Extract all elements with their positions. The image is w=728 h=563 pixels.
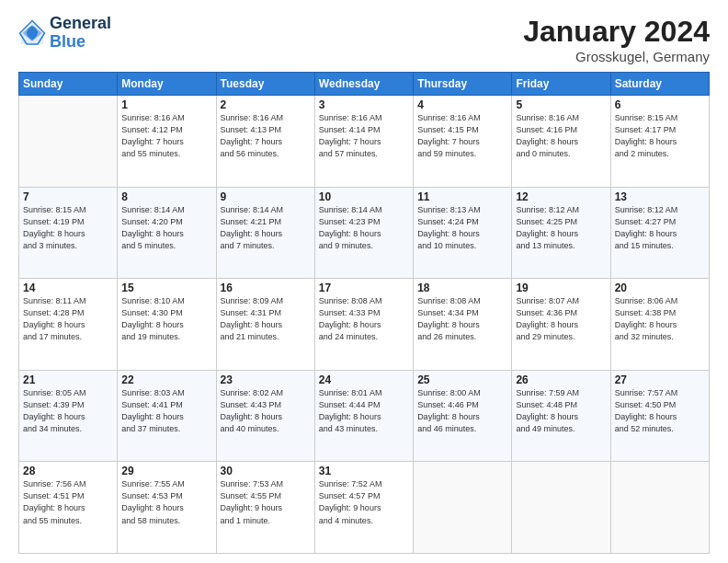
- table-row: 16Sunrise: 8:09 AMSunset: 4:31 PMDayligh…: [216, 279, 314, 371]
- table-row: 30Sunrise: 7:53 AMSunset: 4:55 PMDayligh…: [216, 462, 314, 554]
- table-row: 9Sunrise: 8:14 AMSunset: 4:21 PMDaylight…: [216, 187, 314, 279]
- day-number: 17: [319, 282, 409, 294]
- table-row: [610, 462, 709, 554]
- day-number: 6: [615, 98, 705, 111]
- day-info: Sunrise: 8:01 AMSunset: 4:44 PMDaylight:…: [319, 387, 409, 435]
- table-row: 18Sunrise: 8:08 AMSunset: 4:34 PMDayligh…: [414, 279, 512, 371]
- table-row: 13Sunrise: 8:12 AMSunset: 4:27 PMDayligh…: [610, 187, 709, 279]
- day-info: Sunrise: 8:00 AMSunset: 4:46 PMDaylight:…: [417, 387, 507, 435]
- table-row: 21Sunrise: 8:05 AMSunset: 4:39 PMDayligh…: [19, 370, 118, 462]
- day-number: 8: [121, 190, 211, 203]
- table-row: 27Sunrise: 7:57 AMSunset: 4:50 PMDayligh…: [610, 370, 709, 462]
- table-row: 8Sunrise: 8:14 AMSunset: 4:20 PMDaylight…: [118, 187, 216, 279]
- table-row: [512, 462, 610, 554]
- day-info: Sunrise: 8:09 AMSunset: 4:31 PMDaylight:…: [221, 295, 311, 343]
- table-row: 1Sunrise: 8:16 AMSunset: 4:12 PMDaylight…: [118, 96, 216, 188]
- title-block: January 2024 Grosskugel, Germany: [523, 15, 710, 64]
- day-info: Sunrise: 8:14 AMSunset: 4:23 PMDaylight:…: [319, 204, 409, 252]
- subtitle: Grosskugel, Germany: [523, 49, 710, 64]
- day-number: 3: [319, 98, 409, 111]
- day-number: 22: [121, 373, 211, 386]
- calendar-week-row: 21Sunrise: 8:05 AMSunset: 4:39 PMDayligh…: [19, 370, 710, 462]
- table-row: 10Sunrise: 8:14 AMSunset: 4:23 PMDayligh…: [314, 187, 413, 279]
- day-info: Sunrise: 8:14 AMSunset: 4:21 PMDaylight:…: [221, 204, 311, 252]
- day-number: 30: [221, 465, 311, 477]
- table-row: 6Sunrise: 8:15 AMSunset: 4:17 PMDaylight…: [610, 96, 709, 188]
- day-number: 29: [121, 465, 211, 477]
- table-row: 31Sunrise: 7:52 AMSunset: 4:57 PMDayligh…: [314, 462, 413, 554]
- day-number: 26: [516, 373, 606, 386]
- table-row: 23Sunrise: 8:02 AMSunset: 4:43 PMDayligh…: [216, 370, 314, 462]
- day-number: 13: [615, 190, 705, 203]
- calendar-week-row: 14Sunrise: 8:11 AMSunset: 4:28 PMDayligh…: [19, 279, 710, 371]
- col-wednesday: Wednesday: [314, 73, 413, 96]
- day-info: Sunrise: 8:06 AMSunset: 4:38 PMDaylight:…: [615, 295, 705, 343]
- table-row: 2Sunrise: 8:16 AMSunset: 4:13 PMDaylight…: [216, 96, 314, 188]
- logo: General Blue: [18, 15, 111, 52]
- page: General Blue January 2024 Grosskugel, Ge…: [0, 0, 728, 563]
- table-row: 12Sunrise: 8:12 AMSunset: 4:25 PMDayligh…: [512, 187, 610, 279]
- table-row: 7Sunrise: 8:15 AMSunset: 4:19 PMDaylight…: [19, 187, 118, 279]
- day-number: 25: [417, 373, 507, 386]
- table-row: 29Sunrise: 7:55 AMSunset: 4:53 PMDayligh…: [118, 462, 216, 554]
- day-number: 11: [417, 190, 507, 203]
- table-row: 5Sunrise: 8:16 AMSunset: 4:16 PMDaylight…: [512, 96, 610, 188]
- day-info: Sunrise: 7:57 AMSunset: 4:50 PMDaylight:…: [615, 387, 705, 435]
- day-number: 9: [221, 190, 311, 203]
- day-info: Sunrise: 8:15 AMSunset: 4:19 PMDaylight:…: [23, 204, 113, 252]
- day-info: Sunrise: 8:12 AMSunset: 4:25 PMDaylight:…: [516, 204, 606, 252]
- day-number: 10: [319, 190, 409, 203]
- day-info: Sunrise: 8:14 AMSunset: 4:20 PMDaylight:…: [121, 204, 211, 252]
- col-thursday: Thursday: [414, 73, 512, 96]
- day-number: 20: [615, 282, 705, 294]
- day-number: 19: [516, 282, 606, 294]
- day-info: Sunrise: 7:55 AMSunset: 4:53 PMDaylight:…: [121, 478, 211, 526]
- calendar-table: Sunday Monday Tuesday Wednesday Thursday…: [18, 72, 710, 554]
- day-info: Sunrise: 8:05 AMSunset: 4:39 PMDaylight:…: [23, 387, 113, 435]
- day-info: Sunrise: 7:59 AMSunset: 4:48 PMDaylight:…: [516, 387, 606, 435]
- day-number: 24: [319, 373, 409, 386]
- day-number: 5: [516, 98, 606, 111]
- day-number: 1: [121, 98, 211, 111]
- day-info: Sunrise: 7:52 AMSunset: 4:57 PMDaylight:…: [319, 478, 409, 526]
- day-info: Sunrise: 8:10 AMSunset: 4:30 PMDaylight:…: [121, 295, 211, 343]
- table-row: 4Sunrise: 8:16 AMSunset: 4:15 PMDaylight…: [414, 96, 512, 188]
- table-row: 25Sunrise: 8:00 AMSunset: 4:46 PMDayligh…: [414, 370, 512, 462]
- col-sunday: Sunday: [19, 73, 118, 96]
- table-row: [414, 462, 512, 554]
- day-number: 4: [417, 98, 507, 111]
- col-monday: Monday: [118, 73, 216, 96]
- day-info: Sunrise: 8:13 AMSunset: 4:24 PMDaylight:…: [417, 204, 507, 252]
- calendar-week-row: 7Sunrise: 8:15 AMSunset: 4:19 PMDaylight…: [19, 187, 710, 279]
- table-row: 20Sunrise: 8:06 AMSunset: 4:38 PMDayligh…: [610, 279, 709, 371]
- col-tuesday: Tuesday: [216, 73, 314, 96]
- day-info: Sunrise: 8:03 AMSunset: 4:41 PMDaylight:…: [121, 387, 211, 435]
- day-number: 28: [23, 465, 113, 477]
- day-info: Sunrise: 8:12 AMSunset: 4:27 PMDaylight:…: [615, 204, 705, 252]
- day-number: 18: [417, 282, 507, 294]
- calendar-header-row: Sunday Monday Tuesday Wednesday Thursday…: [19, 73, 710, 96]
- day-number: 16: [221, 282, 311, 294]
- day-number: 15: [121, 282, 211, 294]
- col-saturday: Saturday: [610, 73, 709, 96]
- day-number: 23: [221, 373, 311, 386]
- day-info: Sunrise: 7:53 AMSunset: 4:55 PMDaylight:…: [221, 478, 311, 526]
- header: General Blue January 2024 Grosskugel, Ge…: [18, 15, 710, 64]
- day-number: 2: [221, 98, 311, 111]
- day-info: Sunrise: 7:56 AMSunset: 4:51 PMDaylight:…: [23, 478, 113, 526]
- day-info: Sunrise: 8:16 AMSunset: 4:12 PMDaylight:…: [121, 112, 211, 160]
- table-row: 19Sunrise: 8:07 AMSunset: 4:36 PMDayligh…: [512, 279, 610, 371]
- day-info: Sunrise: 8:08 AMSunset: 4:33 PMDaylight:…: [319, 295, 409, 343]
- calendar-week-row: 28Sunrise: 7:56 AMSunset: 4:51 PMDayligh…: [19, 462, 710, 554]
- logo-text: General Blue: [50, 15, 111, 52]
- table-row: 15Sunrise: 8:10 AMSunset: 4:30 PMDayligh…: [118, 279, 216, 371]
- day-info: Sunrise: 8:15 AMSunset: 4:17 PMDaylight:…: [615, 112, 705, 160]
- day-info: Sunrise: 8:11 AMSunset: 4:28 PMDaylight:…: [23, 295, 113, 343]
- col-friday: Friday: [512, 73, 610, 96]
- calendar-week-row: 1Sunrise: 8:16 AMSunset: 4:12 PMDaylight…: [19, 96, 710, 188]
- day-info: Sunrise: 8:16 AMSunset: 4:14 PMDaylight:…: [319, 112, 409, 160]
- logo-icon: [18, 19, 46, 47]
- day-info: Sunrise: 8:07 AMSunset: 4:36 PMDaylight:…: [516, 295, 606, 343]
- table-row: 28Sunrise: 7:56 AMSunset: 4:51 PMDayligh…: [19, 462, 118, 554]
- table-row: [19, 96, 118, 188]
